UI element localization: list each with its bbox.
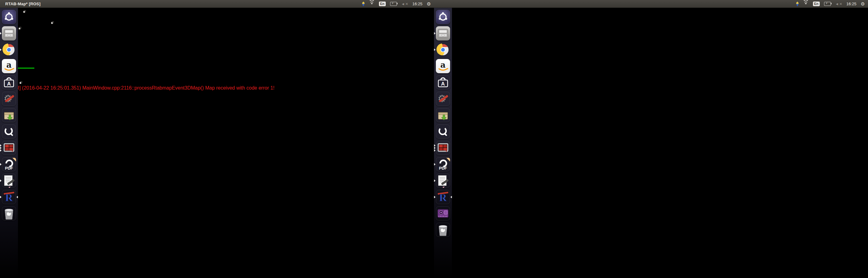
float-panel-icon[interactable] <box>19 25 21 31</box>
code-line[interactable]: 33 Set to 3 for binary descriptor like O… <box>434 205 868 210</box>
launcher-item-text-editor[interactable] <box>434 172 452 189</box>
float-panel-icon[interactable] <box>20 80 22 85</box>
keyboard-layout-indicator[interactable]: En <box>813 0 820 8</box>
battery-icon[interactable]: ⚡ <box>824 0 831 8</box>
code-line[interactable]: 37 -"local_map" : Local map size: number… <box>434 227 868 232</box>
launcher-item-amazon[interactable]: a <box>434 58 452 74</box>
tab-mapping.launch[interactable]: mapping.launch× <box>434 20 868 26</box>
code-line[interactable]: 14 <arg name="camera" value="camera2" /> <box>434 99 868 104</box>
launcher-item-foxit-reader[interactable]: PDF <box>434 156 452 172</box>
lamp-indicator-icon[interactable] <box>362 0 365 8</box>
launcher-item-rtabmap-app[interactable] <box>434 140 452 156</box>
code-line[interactable]: 10 <arg name="device_id" value="#1" /> <box>434 77 868 82</box>
volume-muted-icon[interactable]: ◄ ✕ <box>401 0 408 8</box>
launcher-item-amazon[interactable]: a <box>0 58 18 74</box>
code-line[interactable]: 26 <arg name="rtabmapviz" default="true"… <box>434 166 868 171</box>
launcher-item-files[interactable] <box>434 25 452 41</box>
launcher-item-system-settings[interactable]: ⚙ <box>0 91 18 107</box>
launcher-item-rtabmap-app[interactable] <box>0 140 18 156</box>
code-line[interactable]: 16 </include> <box>434 110 868 115</box>
tab-demo_two_kinects.launch[interactable]: demo_two_kinects.launch× <box>434 8 868 14</box>
launcher-item-media-device[interactable] <box>434 205 452 221</box>
launcher-item-blue-app[interactable] <box>434 123 452 140</box>
panel-splitter[interactable]: · · · <box>0 74 434 80</box>
code-line[interactable]: 44 <arg name="min_inliers" default="20" … <box>434 266 868 271</box>
clock[interactable]: 16:25 <box>412 0 423 8</box>
code-line[interactable]: 13 <arg name="depth_registration" value=… <box>434 93 868 99</box>
console-panel-header[interactable]: Console × <box>0 80 434 85</box>
float-panel-icon[interactable] <box>51 20 54 25</box>
code-line[interactable]: 5 <box>434 49 868 55</box>
session-gear-icon[interactable]: ⚙ <box>427 0 431 8</box>
close-tab-icon[interactable]: × <box>473 20 475 25</box>
launcher-item-text-editor[interactable] <box>0 172 18 189</box>
launcher-item-files[interactable] <box>0 25 18 41</box>
code-line[interactable]: 11 </include> <box>434 82 868 88</box>
editor-area[interactable]: 12<launch>34 <!-- Multi-cameras demo wit… <box>434 26 868 271</box>
code-line[interactable]: 36 -"inlier_distance" : RANSAC maximum i… <box>434 221 868 227</box>
battery-icon[interactable]: ⚡ <box>390 0 397 8</box>
code-line[interactable]: 30 -"feature" : Feature type: 0=SURF 1=S… <box>434 188 868 194</box>
float-panel-icon[interactable] <box>23 9 26 14</box>
code-line[interactable]: 15 <arg name="device_id" value="#2" /> <box>434 104 868 110</box>
code-line[interactable]: 34 -"max_depth" : Maximum features depth… <box>434 210 868 216</box>
code-line[interactable]: 22 args="-0.1325 -0.1975 0.0 -1.57079632… <box>434 143 868 149</box>
launcher-item-trash[interactable] <box>0 205 18 221</box>
code-line[interactable]: 24 <!-- Choose visualization --> <box>434 154 868 160</box>
odometry-panel-header[interactable]: Odometry × <box>0 9 434 14</box>
code-line[interactable]: 4 <!-- Multi-cameras demo with 2 Kinects… <box>434 43 868 49</box>
code-line[interactable]: 43 <arg name="max_depth" default="4.0" /… <box>434 260 868 266</box>
code-line[interactable]: 18 <!-- Frames: Kinects are placed at 90… <box>434 121 868 127</box>
launcher-item-r-app[interactable]: R <box>0 189 18 205</box>
wifi-icon[interactable] <box>803 0 809 8</box>
launcher-item-software-updater[interactable] <box>0 107 18 123</box>
code-line[interactable]: 40 <arg name="strategy" default="0" /> <box>434 243 868 249</box>
close-panel-icon[interactable]: × <box>27 9 30 14</box>
loop-closure-panel-header[interactable]: Loop closure detection × <box>0 20 434 25</box>
code-line[interactable]: 6 <!-- Cameras --> <box>434 55 868 60</box>
launcher-item-software-center[interactable]: A <box>0 74 18 91</box>
code-line[interactable]: 8 <arg name="depth_registration" value="… <box>434 66 868 71</box>
clear-button[interactable]: Clear <box>0 91 434 96</box>
close-tab-icon[interactable]: × <box>463 14 466 20</box>
code-line[interactable]: 2<launch> <box>434 32 868 38</box>
tab-width-selector[interactable]: Tab Width: 8▾ <box>459 272 489 277</box>
launcher-item-software-center[interactable]: A <box>434 74 452 91</box>
code-line[interactable]: 7 <include file="$(find freenect_launch)… <box>434 60 868 66</box>
code-line[interactable]: 9 <arg name="camera" value="camera1" /> <box>434 71 868 77</box>
code-line[interactable]: 19 <node pkg="tf" type="static_transform… <box>434 127 868 132</box>
code-line[interactable]: 3 <box>434 38 868 43</box>
launcher-item-foxit-reader[interactable]: PDF <box>0 156 18 172</box>
launcher-item-chrome[interactable] <box>0 41 18 58</box>
code-line[interactable]: 29 -"strategy" : Strategy: 0=BOW (bag-of… <box>434 182 868 188</box>
code-line[interactable]: 28 <!-- ODOMETRY MAIN ARGUMENTS: <box>434 177 868 182</box>
launcher-item-blue-app[interactable] <box>0 123 18 140</box>
code-line[interactable]: 1 <box>434 27 868 32</box>
code-line[interactable]: 23 <box>434 149 868 154</box>
launcher-item-software-updater[interactable] <box>434 107 452 123</box>
map3d-panel-header[interactable]: 3D Map × <box>0 25 434 31</box>
code-line[interactable]: 17 <box>434 115 868 121</box>
launcher-item-trash[interactable] <box>434 221 452 238</box>
code-line[interactable]: 27 <box>434 171 868 177</box>
close-panel-icon[interactable]: × <box>55 20 58 25</box>
code-line[interactable]: 12 <include file="$(find freenect_launch… <box>434 88 868 93</box>
console-log[interactable]: [ERROR] (2016-04-22 16:25:01.351) MainWi… <box>0 85 434 91</box>
code-line[interactable]: 35 -"min_inliers" : Minimum visual corre… <box>434 216 868 221</box>
code-line[interactable]: 21 <node pkg="tf" type="static_transform… <box>434 138 868 143</box>
code-line[interactable]: 38 -"odom_info_data" : Fill odometry inf… <box>434 232 868 238</box>
code-line[interactable]: 41 <arg name="feature" default="6" /> <box>434 249 868 254</box>
session-gear-icon[interactable]: ⚙ <box>861 0 865 8</box>
tab-Readme.txt[interactable]: Readme.txt× <box>434 14 868 20</box>
volume-muted-icon[interactable]: ◄ ✕ <box>835 0 842 8</box>
code-line[interactable]: 31 -"nn" : Nearest neighbor strategy : 0… <box>434 194 868 199</box>
map3d-viewport[interactable]: 306.9 FPS <box>0 31 434 74</box>
code-line[interactable]: 20 args="0.0 0.0 0.0 0.0 0.0 0.0 /base_l… <box>434 132 868 138</box>
code-line[interactable]: 42 <arg name="nn" default="3" /> <box>434 254 868 260</box>
close-tab-icon[interactable]: × <box>495 8 497 13</box>
keyboard-layout-indicator[interactable]: En <box>379 0 386 8</box>
launcher-item-r-app[interactable]: R <box>434 189 452 205</box>
wifi-icon[interactable] <box>369 0 375 8</box>
close-panel-icon[interactable]: × <box>24 80 27 85</box>
launcher-item-chrome[interactable] <box>434 41 452 58</box>
